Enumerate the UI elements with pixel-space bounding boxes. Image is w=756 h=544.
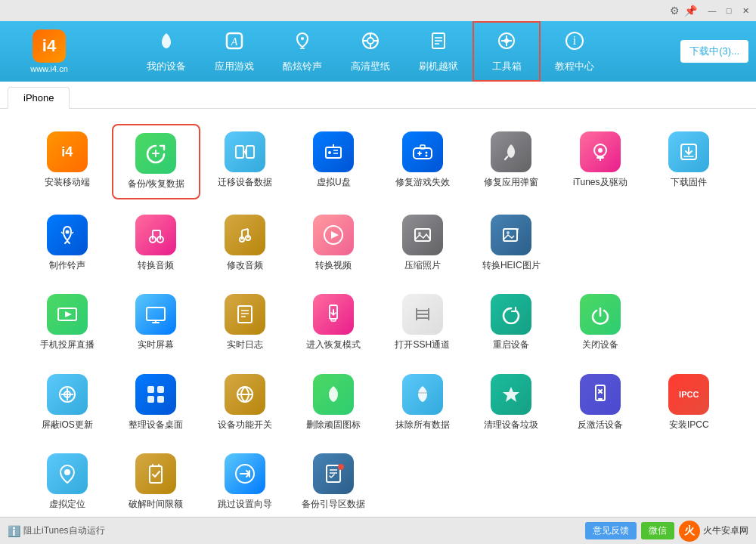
tool-icon-convert-audio bbox=[135, 215, 176, 255]
svg-marker-61 bbox=[331, 231, 339, 239]
tool-item-backup-guide[interactable]: 备份引导区数据 bbox=[290, 446, 379, 517]
tool-label-organize-desktop: 整理设备桌面 bbox=[129, 419, 183, 431]
titlebar: ⚙ 📌 — □ ✕ bbox=[0, 0, 756, 21]
nav-icon-tutorial: i bbox=[564, 30, 585, 57]
tool-item-fix-game[interactable]: 修复游戏失效 bbox=[378, 124, 467, 199]
nav-label-jailbreak: 刷机越狱 bbox=[419, 60, 458, 73]
tool-item-fake-location[interactable]: 虚拟定位 bbox=[23, 446, 112, 517]
tool-item-make-ringtone[interactable]: 制作铃声 bbox=[23, 207, 112, 280]
tool-item-convert-audio[interactable]: 转换音频 bbox=[112, 207, 201, 280]
tool-item-ssh-tunnel[interactable]: 打开SSH通道 bbox=[378, 286, 467, 359]
tool-item-convert-heic[interactable]: 转换HEIC图片 bbox=[467, 207, 556, 280]
tool-item-shutdown-device[interactable]: 关闭设备 bbox=[556, 286, 645, 359]
tool-item-edit-audio[interactable]: 修改音频 bbox=[200, 207, 290, 280]
tool-icon-recovery-mode bbox=[313, 294, 354, 335]
tool-label-delete-icon: 删除顽固图标 bbox=[306, 419, 361, 431]
close-button[interactable]: ✕ bbox=[738, 3, 753, 18]
download-button[interactable]: 下载中(3)... bbox=[680, 40, 748, 63]
svg-point-111 bbox=[338, 464, 344, 470]
tool-label-clean-junk: 清理设备垃圾 bbox=[484, 419, 538, 431]
svg-rect-93 bbox=[157, 396, 164, 403]
tool-item-break-time[interactable]: 破解时间限额 bbox=[112, 446, 201, 517]
nav-item-my-device[interactable]: 我的设备 bbox=[132, 21, 200, 82]
tool-label-download-firmware: 下载固件 bbox=[671, 177, 707, 189]
svg-rect-40 bbox=[596, 156, 604, 159]
tool-item-install-app[interactable]: i4安装移动端 bbox=[23, 124, 112, 199]
tool-item-install-ipcc[interactable]: IPCC安装IPCC bbox=[645, 366, 734, 439]
header-right: 下载中(3)... bbox=[650, 40, 748, 63]
nav-item-toolbox[interactable]: 工具箱 bbox=[472, 21, 541, 82]
tool-icon-backup-restore bbox=[135, 133, 176, 174]
maximize-button[interactable]: □ bbox=[721, 3, 736, 18]
svg-marker-69 bbox=[65, 311, 72, 317]
tool-label-convert-audio: 转换音频 bbox=[138, 260, 174, 272]
tool-label-screen-cast: 手机投屏直播 bbox=[40, 339, 94, 351]
tool-label-fix-app: 修复应用弹窗 bbox=[484, 177, 538, 189]
status-text: 阻止iTunes自动运行 bbox=[23, 524, 105, 537]
tool-item-block-ios-update[interactable]: 屏蔽iOS更新 bbox=[23, 366, 112, 439]
tool-item-virtual-udisk[interactable]: 虚拟U盘 bbox=[290, 124, 379, 199]
svg-rect-102 bbox=[150, 466, 162, 483]
tool-label-break-time: 破解时间限额 bbox=[129, 499, 183, 511]
nav-item-app-game[interactable]: A 应用游戏 bbox=[200, 21, 268, 82]
bottom-status: ℹ️ 阻止iTunes自动运行 bbox=[8, 524, 105, 537]
app-logo: i4 bbox=[33, 29, 66, 63]
tool-item-deactivate[interactable]: 反激活设备 bbox=[556, 366, 645, 439]
nav-icon-wallpaper bbox=[360, 30, 381, 57]
tool-label-deactivate: 反激活设备 bbox=[578, 419, 623, 431]
svg-rect-73 bbox=[238, 306, 252, 323]
tab-iphone[interactable]: iPhone bbox=[8, 87, 70, 109]
settings-icon[interactable]: ⚙ bbox=[670, 5, 680, 17]
svg-marker-96 bbox=[503, 387, 519, 402]
tool-item-device-switch[interactable]: 设备功能开关 bbox=[200, 366, 290, 439]
minimize-button[interactable]: — bbox=[705, 3, 720, 18]
svg-rect-31 bbox=[414, 148, 432, 159]
tool-item-delete-icon[interactable]: 删除顽固图标 bbox=[290, 366, 379, 439]
tool-item-screen-cast[interactable]: 手机投屏直播 bbox=[23, 286, 112, 359]
tool-item-realtime-screen[interactable]: 实时屏幕 bbox=[112, 286, 201, 359]
nav-item-ringtone[interactable]: 酷炫铃声 bbox=[268, 21, 336, 82]
svg-rect-64 bbox=[503, 229, 517, 241]
svg-line-49 bbox=[72, 232, 73, 233]
tool-item-restart-device[interactable]: 重启设备 bbox=[467, 286, 556, 359]
svg-point-36 bbox=[425, 155, 427, 157]
tool-item-convert-video[interactable]: 转换视频 bbox=[290, 207, 379, 280]
tool-label-itunes-driver: iTunes及驱动 bbox=[573, 177, 627, 189]
tool-item-migrate-data[interactable]: 迁移设备数据 bbox=[200, 124, 290, 199]
svg-rect-92 bbox=[147, 396, 154, 403]
feedback-button[interactable]: 意见反馈 bbox=[585, 522, 637, 539]
tool-label-convert-video: 转换视频 bbox=[315, 260, 352, 272]
tool-label-compress-photo: 压缩照片 bbox=[404, 260, 441, 272]
tool-item-download-firmware[interactable]: 下载固件 bbox=[645, 124, 734, 199]
tool-item-fix-app[interactable]: 修复应用弹窗 bbox=[467, 124, 556, 199]
nav-item-wallpaper[interactable]: 高清壁纸 bbox=[336, 21, 404, 82]
nav-label-tutorial: 教程中心 bbox=[555, 60, 594, 73]
nav-items: 我的设备 A 应用游戏 酷炫铃声 高清壁纸 刷机越狱 工具箱 i 教程中心 bbox=[91, 21, 650, 82]
tool-grid: i4安装移动端备份/恢复数据迁移设备数据虚拟U盘修复游戏失效修复应用弹窗iTun… bbox=[23, 124, 733, 517]
tool-label-fake-location: 虚拟定位 bbox=[49, 499, 85, 511]
nav-label-toolbox: 工具箱 bbox=[492, 60, 522, 73]
tool-label-skip-setup: 跳过设置向导 bbox=[218, 499, 272, 511]
svg-line-47 bbox=[67, 241, 70, 243]
wechat-button[interactable]: 微信 bbox=[641, 522, 674, 539]
tool-item-compress-photo[interactable]: 压缩照片 bbox=[378, 207, 467, 280]
svg-rect-62 bbox=[415, 229, 430, 241]
pin-icon[interactable]: 📌 bbox=[684, 5, 697, 17]
main-content: i4安装移动端备份/恢复数据迁移设备数据虚拟U盘修复游戏失效修复应用弹窗iTun… bbox=[0, 109, 756, 517]
nav-item-tutorial[interactable]: i 教程中心 bbox=[541, 21, 609, 82]
tool-item-realtime-log[interactable]: 实时日志 bbox=[200, 286, 290, 359]
tool-item-backup-restore[interactable]: 备份/恢复数据 bbox=[112, 124, 201, 199]
tool-item-recovery-mode[interactable]: 进入恢复模式 bbox=[290, 286, 379, 359]
tool-item-wipe-data[interactable]: 抹除所有数据 bbox=[378, 366, 467, 439]
nav-item-jailbreak[interactable]: 刷机越狱 bbox=[404, 21, 472, 82]
tool-icon-fix-app bbox=[491, 131, 531, 172]
svg-line-57 bbox=[242, 229, 248, 230]
tool-icon-fake-location bbox=[47, 453, 88, 494]
logo-area: i4 www.i4.cn bbox=[8, 29, 91, 73]
tool-label-ssh-tunnel: 打开SSH通道 bbox=[395, 339, 450, 351]
tool-item-itunes-driver[interactable]: iTunes及驱动 bbox=[556, 124, 645, 199]
tool-item-skip-setup[interactable]: 跳过设置向导 bbox=[200, 446, 290, 517]
tool-item-organize-desktop[interactable]: 整理设备桌面 bbox=[112, 366, 201, 439]
svg-text:i: i bbox=[573, 34, 577, 47]
tool-item-clean-junk[interactable]: 清理设备垃圾 bbox=[467, 366, 556, 439]
